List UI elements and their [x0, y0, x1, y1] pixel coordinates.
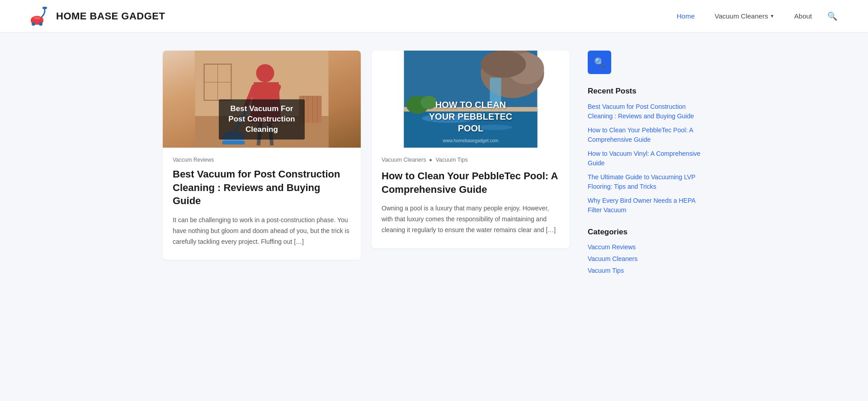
svg-point-17	[256, 64, 274, 82]
tag-separator	[429, 159, 432, 161]
recent-posts-list: Best Vacuum for Post Construction Cleani…	[588, 102, 705, 215]
post2-image: HOW TO CLEAN YOUR PEBBLETEC POOL www.hom…	[372, 51, 570, 148]
nav-home[interactable]: Home	[669, 9, 703, 23]
site-title: HOME BASE GADGET	[56, 10, 165, 22]
sidebar-search-button[interactable]: 🔍	[588, 51, 611, 74]
list-item: The Ultimate Guide to Vacuuming LVP Floo…	[588, 173, 705, 191]
recent-posts-heading: Recent Posts	[588, 87, 705, 96]
sidebar: 🔍 Recent Posts Best Vacuum for Post Cons…	[588, 51, 705, 287]
category-link-3[interactable]: Vacuum Tips	[588, 267, 624, 274]
list-item: How to Vacuum Vinyl: A Comprehensive Gui…	[588, 149, 705, 168]
nav-vacuum-cleaners[interactable]: Vacuum Cleaners ▼	[707, 9, 783, 23]
nav-about[interactable]: About	[786, 9, 820, 23]
post2-tag-2: Vacuum Tips	[435, 157, 467, 163]
svg-point-3	[32, 22, 35, 26]
post2-image-text: HOW TO CLEAN YOUR PEBBLETEC POOL	[429, 99, 512, 134]
category-link-2[interactable]: Vacuum Cleaners	[588, 255, 637, 262]
list-item: Vacuum Cleaners	[588, 255, 705, 263]
post1-excerpt: It can be challenging to work in a post-…	[173, 215, 351, 247]
logo-icon	[27, 5, 51, 28]
list-item: Vacuum Tips	[588, 266, 705, 275]
main-nav: Home Vacuum Cleaners ▼ About 🔍	[669, 8, 841, 25]
post-card-1: Best Vacuum For Post Construction Cleani…	[163, 51, 361, 260]
list-item: Best Vacuum for Post Construction Cleani…	[588, 102, 705, 121]
categories-section: Categories Vaccum Reviews Vacuum Cleaner…	[588, 228, 705, 275]
post2-tag-1: Vacuum Cleaners	[382, 157, 426, 163]
post1-category: Vaccum Reviews	[173, 157, 351, 163]
page-container: Best Vacuum For Post Construction Cleani…	[145, 33, 723, 305]
svg-point-28	[481, 51, 526, 78]
recent-post-link-3[interactable]: How to Vacuum Vinyl: A Comprehensive Gui…	[588, 150, 700, 167]
category-link-1[interactable]: Vaccum Reviews	[588, 243, 636, 251]
svg-rect-24	[222, 141, 245, 145]
list-item: Why Every Bird Owner Needs a HEPA Filter…	[588, 196, 705, 215]
svg-rect-2	[42, 7, 47, 9]
post1-title-link[interactable]: Best Vacuum for Post Construction Cleani…	[173, 168, 340, 206]
post2-title[interactable]: How to Clean Your PebbleTec Pool: A Comp…	[382, 169, 560, 196]
site-logo[interactable]: HOME BASE GADGET	[27, 5, 165, 28]
header-search-button[interactable]: 🔍	[824, 8, 841, 25]
svg-point-4	[39, 22, 42, 26]
post2-watermark: www.homebasegadget.com	[443, 138, 499, 143]
post1-caption: Best Vacuum For Post Construction Cleani…	[219, 99, 305, 140]
list-item: Vaccum Reviews	[588, 243, 705, 251]
post2-title-link[interactable]: How to Clean Your PebbleTec Pool: A Comp…	[382, 170, 558, 195]
post2-excerpt: Owning a pool is a luxury that many peop…	[382, 203, 560, 235]
post1-body: Vaccum Reviews Best Vacuum for Post Cons…	[163, 148, 361, 260]
post-card-2: HOW TO CLEAN YOUR PEBBLETEC POOL www.hom…	[372, 51, 570, 248]
categories-list: Vaccum Reviews Vacuum Cleaners Vacuum Ti…	[588, 243, 705, 275]
site-header: HOME BASE GADGET Home Vacuum Cleaners ▼ …	[0, 0, 868, 33]
list-item: How to Clean Your PebbleTec Pool: A Comp…	[588, 126, 705, 145]
recent-post-link-2[interactable]: How to Clean Your PebbleTec Pool: A Comp…	[588, 126, 693, 143]
recent-post-link-1[interactable]: Best Vacuum for Post Construction Cleani…	[588, 103, 694, 120]
content-area: Best Vacuum For Post Construction Cleani…	[163, 51, 570, 287]
categories-heading: Categories	[588, 228, 705, 237]
post2-body: Vacuum Cleaners Vacuum Tips How to Clean…	[372, 148, 570, 248]
recent-post-link-4[interactable]: The Ultimate Guide to Vacuuming LVP Floo…	[588, 173, 695, 190]
post1-title[interactable]: Best Vacuum for Post Construction Cleani…	[173, 168, 351, 208]
sidebar-search-icon: 🔍	[594, 57, 605, 68]
recent-post-link-5[interactable]: Why Every Bird Owner Needs a HEPA Filter…	[588, 197, 695, 214]
svg-point-5	[33, 17, 41, 19]
post1-image: Best Vacuum For Post Construction Cleani…	[163, 51, 361, 148]
search-icon: 🔍	[827, 12, 837, 21]
recent-posts-section: Recent Posts Best Vacuum for Post Constr…	[588, 87, 705, 215]
post2-tags: Vacuum Cleaners Vacuum Tips	[382, 157, 560, 163]
chevron-down-icon: ▼	[770, 14, 774, 19]
